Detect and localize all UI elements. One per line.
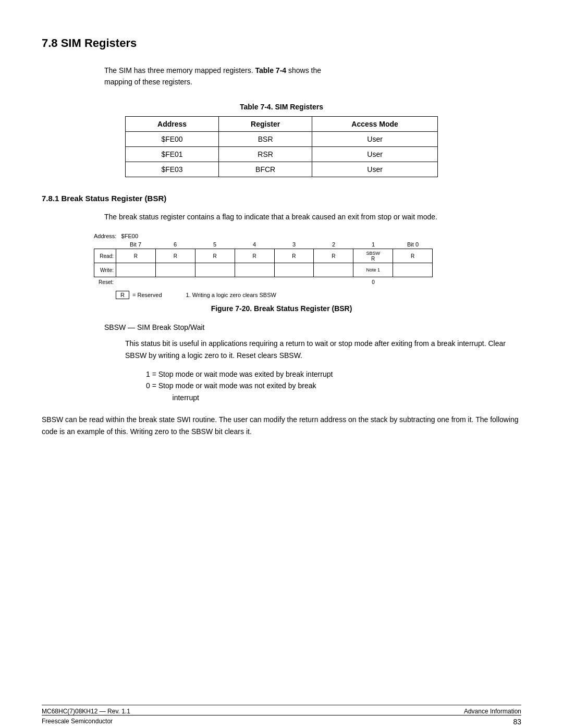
bh-5: 5 (195, 241, 235, 248)
table-title: Table 7-4. SIM Registers (42, 103, 521, 111)
bh-6: 6 (155, 241, 195, 248)
write-row: Write: Note 1 (94, 263, 432, 277)
table-cell-register-0: BSR (219, 131, 312, 146)
sbsw-heading: SBSW — SIM Break Stop/Wait (104, 323, 521, 331)
reset-bit3 (274, 277, 314, 287)
read-bit6: R (156, 249, 195, 263)
diagram-address-line: Address: $FE00 (94, 233, 433, 239)
table-cell-address-2: $FE03 (126, 162, 219, 177)
table-cell-access-2: User (312, 162, 438, 177)
write-bit7 (116, 263, 156, 277)
sim-table: Address Register Access Mode $FE00BSRUse… (125, 116, 438, 177)
intro-text-before: The SIM has three memory mapped register… (104, 66, 253, 75)
write-bit1: Note 1 (353, 263, 393, 277)
reset-bit1: 0 (353, 277, 393, 287)
write-label: Write: (94, 263, 116, 277)
bh-3: 3 (274, 241, 314, 248)
subsection-body: The break status register contains a fla… (104, 211, 521, 223)
read-bit0: R (393, 249, 432, 263)
reset-bit6 (155, 277, 195, 287)
write-bit0 (393, 263, 432, 277)
write-bit3 (275, 263, 314, 277)
col-header-register: Register (219, 116, 312, 131)
table-cell-register-1: RSR (219, 146, 312, 162)
read-bit7: R (116, 249, 156, 263)
page: 7.8 SIM Registers The SIM has three memo… (0, 0, 563, 728)
sbsw-body: This status bit is useful in application… (125, 338, 521, 361)
read-bit2: R (314, 249, 353, 263)
bh-bit7: Bit 7 (116, 241, 155, 248)
legend-note: 1. Writing a logic zero clears SBSW (186, 292, 276, 298)
read-label: Read: (94, 249, 116, 263)
intro-text: The SIM has three memory mapped register… (104, 65, 521, 88)
address-value: $FE00 (121, 233, 138, 239)
bh-2: 2 (314, 241, 353, 248)
reset-bit7 (116, 277, 155, 287)
legend-row: R = Reserved 1. Writing a logic zero cle… (94, 291, 433, 299)
footer-bottom-left: Freescale Semiconductor (42, 718, 113, 726)
table-cell-address-0: $FE00 (126, 131, 219, 146)
table-row: $FE03BFCRUser (126, 162, 438, 177)
table-cell-register-2: BFCR (219, 162, 312, 177)
read-row: Read: R R R R R R SBSW R R (94, 249, 432, 263)
section-heading: 7.8 SIM Registers (42, 36, 521, 50)
table-cell-access-0: User (312, 131, 438, 146)
bh-4: 4 (235, 241, 274, 248)
table-row: $FE00BSRUser (126, 131, 438, 146)
read-bit1: SBSW R (353, 249, 393, 263)
table-ref: Table 7-4 (255, 66, 286, 75)
bh-1: 1 (353, 241, 393, 248)
reset-label: Reset: (94, 277, 116, 287)
page-number: 83 (513, 718, 521, 726)
footer-top-right: Advance Information (464, 708, 521, 715)
address-label: Address: (94, 233, 116, 239)
footer: MC68HC(7)08KH12 — Rev. 1.1 Advance Infor… (0, 705, 563, 728)
subsection-heading: 7.8.1 Break Status Register (BSR) (42, 194, 521, 203)
bit-headers-row: Bit 7 6 5 4 3 2 1 Bit 0 (94, 241, 433, 248)
col-header-address: Address (126, 116, 219, 131)
write-bit5 (195, 263, 235, 277)
legend-reserved-text: = Reserved (132, 292, 162, 298)
read-bit1-label: SBSW (366, 251, 380, 256)
reset-bit5 (195, 277, 235, 287)
write-bit6 (156, 263, 195, 277)
read-bit7-val: R (134, 253, 138, 259)
footer-top-left: MC68HC(7)08KH12 — Rev. 1.1 (42, 708, 130, 715)
footer-bottom-line: Freescale Semiconductor 83 (0, 715, 563, 728)
reset-bit0 (393, 277, 433, 287)
legend-r-box: R (116, 291, 129, 299)
table-cell-access-1: User (312, 146, 438, 162)
reset-cells: 0 (116, 277, 433, 287)
sbsw-item-1: 1 = Stop mode or wait mode was exited by… (146, 368, 521, 380)
reset-bit4 (235, 277, 274, 287)
read-bit5: R (195, 249, 235, 263)
footer-top-line: MC68HC(7)08KH12 — Rev. 1.1 Advance Infor… (42, 705, 521, 715)
reset-bit2 (314, 277, 353, 287)
bh-bit0: Bit 0 (393, 241, 433, 248)
bottom-para: SBSW can be read within the break state … (42, 414, 521, 437)
write-bit2 (314, 263, 353, 277)
table-cell-address-1: $FE01 (126, 146, 219, 162)
table-header-row: Address Register Access Mode (126, 116, 438, 131)
figure-caption: Figure 7-20. Break Status Register (BSR) (42, 304, 521, 313)
read-bit4: R (235, 249, 275, 263)
write-bit1-note: Note 1 (366, 267, 380, 273)
read-bit1-val: R (371, 256, 375, 262)
reg-grid: Read: R R R R R R SBSW R R Write: (94, 249, 433, 277)
read-bit3: R (275, 249, 314, 263)
table-container: Table 7-4. SIM Registers Address Registe… (42, 103, 521, 177)
sbsw-item-2: 0 = Stop mode or wait mode was not exite… (146, 380, 521, 403)
table-row: $FE01RSRUser (126, 146, 438, 162)
write-bit4 (235, 263, 275, 277)
col-header-access: Access Mode (312, 116, 438, 131)
reset-row: Reset: 0 (94, 277, 433, 287)
register-diagram: Address: $FE00 Bit 7 6 5 4 3 2 1 Bit 0 R… (94, 233, 433, 299)
sbsw-list: 1 = Stop mode or wait mode was exited by… (42, 368, 521, 403)
